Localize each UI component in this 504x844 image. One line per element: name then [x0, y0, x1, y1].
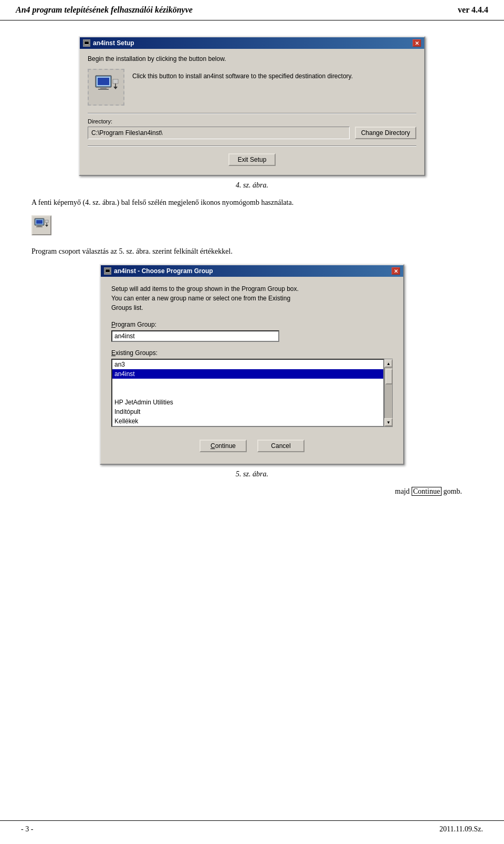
scroll-track: [385, 368, 392, 418]
directory-field[interactable]: C:\Program Files\an4inst\: [88, 127, 350, 139]
body-text-1: A fenti képernyő (4. sz. ábra.) bal fels…: [32, 197, 472, 208]
list-item[interactable]: Vizuál Regiszter: [112, 426, 383, 427]
install-icon-box[interactable]: [88, 69, 124, 106]
pg-dialog-close-button[interactable]: ✕: [392, 267, 400, 275]
scroll-up-button[interactable]: ▲: [384, 359, 393, 368]
list-item[interactable]: HP JetAdmin Utilities: [112, 398, 383, 407]
page-header: An4 program telepítésének felhasználói k…: [0, 0, 504, 20]
directory-row: C:\Program Files\an4inst\ Change Directo…: [88, 127, 416, 139]
svg-rect-16: [45, 220, 48, 223]
body-text-2: Program csoport választás az 5. sz. ábra…: [32, 246, 472, 257]
install-description: Click this button to install an4inst sof…: [132, 69, 353, 81]
main-content: an4inst Setup ✕ Begin the installation b…: [0, 31, 504, 509]
svg-rect-14: [37, 225, 41, 226]
svg-rect-20: [106, 269, 110, 272]
dialog-divider: [88, 113, 416, 114]
svg-rect-8: [113, 79, 118, 84]
scroll-down-button[interactable]: ▼: [384, 418, 393, 426]
list-item[interactable]: [112, 388, 383, 398]
instruction-text: Begin the installation by clicking the b…: [88, 55, 416, 62]
list-item[interactable]: [112, 379, 383, 388]
dialog-close-button[interactable]: ✕: [413, 39, 421, 47]
svg-rect-2: [85, 45, 88, 45]
caption-1: 4. sz. ábra.: [32, 181, 472, 190]
exit-setup-button[interactable]: Exit Setup: [228, 153, 276, 166]
program-group-label: Program Group:: [111, 321, 393, 328]
setup-dialog: an4inst Setup ✕ Begin the installation b…: [79, 36, 425, 176]
program-group-field-group: Program Group:: [111, 321, 393, 342]
scroll-thumb[interactable]: [385, 369, 393, 384]
install-icon: [93, 74, 119, 100]
page-footer: - 3 - 2011.11.09.Sz.: [0, 820, 504, 833]
existing-groups-listbox[interactable]: an3 an4inst HP JetAdmin Utilities Indító…: [111, 359, 384, 427]
program-group-input[interactable]: [111, 330, 279, 342]
svg-rect-1: [85, 41, 89, 44]
svg-marker-18: [45, 225, 48, 227]
printer-icon: [34, 216, 49, 232]
program-group-dialog: an4inst - Choose Program Group ✕ Setup w…: [100, 264, 404, 465]
setup-dialog-titlebar: an4inst Setup ✕: [80, 37, 424, 49]
pg-dialog-icon: [104, 267, 111, 275]
pg-titlebar-left: an4inst - Choose Program Group: [104, 267, 213, 275]
footer-date: 2011.11.09.Sz.: [439, 825, 483, 833]
directory-section: Directory: C:\Program Files\an4inst\ Cha…: [88, 118, 416, 139]
pg-dialog-titlebar: an4inst - Choose Program Group ✕: [101, 265, 403, 277]
caption-2: 5. sz. ábra.: [32, 470, 472, 478]
pg-dialog-title: an4inst - Choose Program Group: [114, 267, 213, 275]
dialog-title: an4inst Setup: [93, 39, 134, 47]
cancel-button[interactable]: Cancel: [257, 440, 304, 452]
dialog-buttons-row: Continue Cancel: [111, 434, 393, 456]
pg-dialog-body: Setup will add items to the group shown …: [101, 277, 403, 464]
change-directory-button[interactable]: Change Directory: [355, 127, 416, 139]
svg-rect-13: [36, 220, 43, 224]
svg-rect-15: [36, 226, 43, 227]
inline-icon: [32, 215, 51, 235]
svg-marker-10: [113, 87, 118, 89]
page-number: - 3 -: [21, 825, 33, 833]
list-item[interactable]: an3: [112, 360, 383, 369]
continue-highlight: Continue: [412, 487, 442, 496]
program-group-label-text: rogram Group:: [116, 321, 156, 328]
list-item[interactable]: an4inst: [112, 369, 383, 379]
list-item[interactable]: Kellékek: [112, 416, 383, 426]
pg-description: Setup will add items to the group shown …: [111, 284, 393, 312]
existing-groups-listbox-container: an3 an4inst HP JetAdmin Utilities Indító…: [111, 359, 393, 427]
dialog-icon: [83, 39, 90, 47]
svg-rect-7: [98, 89, 109, 90]
svg-rect-6: [100, 87, 107, 89]
page-title: An4 program telepítésének felhasználói k…: [16, 5, 193, 15]
existing-groups-field-group: Existing Groups: an3 an4inst HP JetAdmin…: [111, 349, 393, 427]
body-text-3: majd Continue gomb.: [32, 486, 472, 497]
list-item[interactable]: Indítópult: [112, 407, 383, 416]
continue-button[interactable]: Continue: [200, 440, 247, 452]
setup-dialog-body: Begin the installation by clicking the b…: [80, 49, 424, 175]
svg-rect-5: [98, 78, 109, 85]
listbox-scrollbar[interactable]: ▲ ▼: [384, 359, 393, 427]
directory-label: Directory:: [88, 118, 416, 124]
titlebar-left: an4inst Setup: [83, 39, 134, 47]
install-area: Click this button to install an4inst sof…: [88, 69, 416, 106]
exit-button-row: Exit Setup: [88, 151, 416, 169]
existing-groups-label: Existing Groups:: [111, 349, 393, 357]
page-version: ver 4.4.4: [458, 5, 488, 15]
dialog-divider-2: [88, 145, 416, 147]
